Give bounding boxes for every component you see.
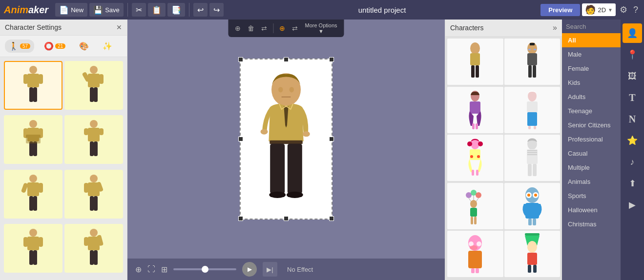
cat-item-casual[interactable]: Casual	[562, 146, 621, 160]
cat-item-adults[interactable]: Adults	[562, 90, 621, 104]
help-button[interactable]: ?	[631, 3, 640, 17]
canvas-toolbar: ⊕ 🗑 ⇄ ⊕ ⇄ More Options ▼	[228, 20, 344, 37]
pose-item-1[interactable]	[4, 61, 62, 110]
title-n-icon: N	[629, 114, 636, 125]
preview-button[interactable]: Preview	[540, 4, 580, 16]
zoom-slider[interactable]	[173, 268, 236, 270]
cat-item-female[interactable]: Female	[562, 61, 621, 76]
char-item-8[interactable]	[504, 183, 561, 229]
swap-button[interactable]: ⇄	[289, 22, 301, 34]
save-button[interactable]: 💾 Save	[89, 3, 124, 17]
category-panel: 🔍 All Male Female Kids Adults Teenage Se…	[562, 20, 621, 280]
char-item-3[interactable]	[447, 87, 503, 133]
favorites-icon-button[interactable]: ⭐	[623, 131, 642, 150]
handle-left-middle[interactable]	[238, 137, 243, 141]
text-icon-button[interactable]: T	[623, 88, 642, 107]
cat-item-teenage[interactable]: Teenage	[562, 104, 621, 118]
cat-item-kids[interactable]: Kids	[562, 76, 621, 90]
flip-button[interactable]: ⇄	[258, 22, 270, 34]
redo-button[interactable]: ↪	[209, 3, 224, 17]
fit-view-button[interactable]: ⊕	[135, 265, 142, 274]
svg-rect-85	[476, 170, 478, 176]
handle-bottom-right[interactable]	[329, 216, 334, 221]
character-frame[interactable]	[240, 59, 332, 220]
char-item-10[interactable]	[504, 231, 561, 277]
image-icon-button[interactable]: 🖼	[623, 66, 642, 86]
delete-button[interactable]: 🗑	[245, 22, 257, 34]
cat-item-professional[interactable]: Professional	[562, 132, 621, 146]
pose-item-5[interactable]	[4, 170, 62, 219]
new-button[interactable]: 📄 New	[55, 3, 87, 17]
play-button[interactable]: ▶	[242, 262, 257, 277]
toolbar: Animaker 📄 New 💾 Save ✂ 📋 📑 ↩ ↪ untitled…	[0, 0, 644, 20]
char-item-9[interactable]	[447, 231, 503, 277]
characters-expand-button[interactable]: »	[553, 23, 557, 32]
char-item-6[interactable]	[504, 135, 561, 181]
pose-item-7[interactable]	[4, 224, 62, 273]
colors-tab[interactable]: 🎨	[75, 40, 93, 53]
grid-button[interactable]: ⊞	[161, 265, 167, 274]
align-button[interactable]: ⊕	[232, 22, 244, 34]
handle-bottom-middle[interactable]	[284, 216, 289, 221]
char-item-5[interactable]: fill	[447, 135, 503, 181]
location-icon-button[interactable]: 📍	[623, 45, 642, 64]
svg-point-58	[261, 129, 268, 134]
music-icon-button[interactable]: ♪	[623, 152, 642, 172]
pose-svg-8	[79, 226, 108, 270]
canvas[interactable]	[127, 20, 445, 259]
char-item-1[interactable]	[447, 39, 503, 85]
step-forward-button[interactable]: ▶|	[263, 262, 277, 277]
svg-rect-36	[94, 196, 98, 211]
pose-item-2[interactable]	[64, 61, 123, 110]
poses-icon: 🚶	[9, 41, 19, 51]
cat-item-senior[interactable]: Senior Citizens	[562, 118, 621, 132]
cat-item-halloween[interactable]: Halloween	[562, 203, 621, 217]
logo-text1: Anim	[4, 4, 28, 15]
paste-button[interactable]: 📑	[167, 3, 185, 17]
pose-item-8[interactable]	[64, 224, 123, 273]
pose-item-3[interactable]	[4, 115, 62, 164]
panel-close-button[interactable]: ✕	[116, 23, 122, 31]
fullscreen-button[interactable]: ⛶	[147, 265, 155, 274]
handle-bottom-left[interactable]	[238, 216, 243, 221]
svg-rect-17	[33, 141, 37, 156]
magic-icon: ✨	[103, 41, 112, 51]
poses-tab[interactable]: 🚶 57	[5, 40, 34, 53]
props-tab[interactable]: ⭕ 21	[40, 40, 69, 53]
transform-button[interactable]: ⊕	[276, 22, 288, 34]
svg-rect-79	[534, 126, 536, 129]
handle-top-right[interactable]	[329, 57, 334, 62]
char-item-4[interactable]	[504, 87, 561, 133]
undo-button[interactable]: ↩	[193, 3, 208, 17]
char-item-2[interactable]	[504, 39, 561, 85]
cat-item-male[interactable]: Male	[562, 47, 621, 61]
mode-selector[interactable]: 🧑 2D ▼	[582, 3, 616, 16]
handle-top-middle[interactable]	[284, 57, 289, 62]
text-t-icon: T	[629, 92, 635, 103]
magic-tab[interactable]: ✨	[99, 40, 116, 53]
char-item-7[interactable]	[447, 183, 503, 229]
upload-icon-button[interactable]: ⬆	[623, 174, 642, 193]
video-icon-button[interactable]: ▶	[623, 195, 642, 215]
handle-right-middle[interactable]	[329, 137, 334, 141]
more-options-button[interactable]: More Options ▼	[302, 21, 340, 35]
svg-rect-120	[525, 233, 540, 236]
handle-top-left[interactable]	[238, 57, 243, 62]
canvas-character	[252, 66, 320, 212]
cat-item-all[interactable]: All	[562, 33, 621, 47]
cat-item-multiple[interactable]: Multiple	[562, 160, 621, 175]
characters-icon-button[interactable]: 👤	[623, 23, 642, 43]
settings-button[interactable]: ⚙	[618, 2, 629, 17]
cat-item-animals[interactable]: Animals	[562, 175, 621, 189]
cat-item-sports[interactable]: Sports	[562, 189, 621, 203]
mode-label: 2D	[598, 6, 606, 14]
title-icon-button[interactable]: N	[623, 109, 642, 129]
copy-button[interactable]: 📋	[148, 3, 166, 17]
cat-item-christmas[interactable]: Christmas	[562, 217, 621, 231]
svg-rect-66	[527, 53, 537, 65]
pose-item-6[interactable]	[64, 170, 123, 219]
pose-item-4[interactable]	[64, 115, 123, 164]
svg-rect-73	[472, 123, 475, 129]
svg-rect-9	[99, 74, 104, 84]
cut-button[interactable]: ✂	[132, 3, 146, 17]
